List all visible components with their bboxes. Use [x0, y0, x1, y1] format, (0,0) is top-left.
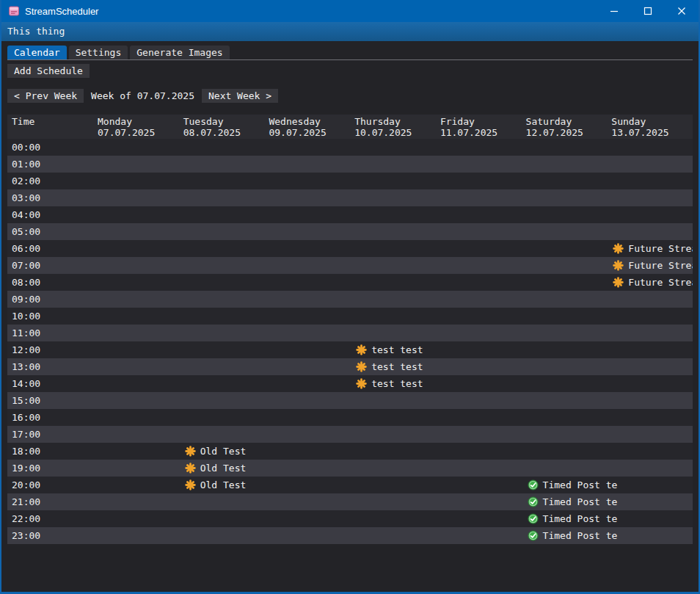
- event-title: Timed Post te: [543, 496, 618, 507]
- day-cell: [607, 477, 693, 493]
- event-entry[interactable]: test test: [356, 344, 423, 355]
- day-cell: [93, 493, 179, 510]
- day-cell: [522, 274, 608, 291]
- titlebar[interactable]: StreamScheduler: [1, 0, 699, 22]
- tabstrip: Calendar Settings Generate Images: [7, 46, 693, 60]
- day-cell: [522, 409, 608, 426]
- event-entry[interactable]: Future Stream: [613, 243, 693, 254]
- day-cell: [350, 443, 436, 460]
- event-entry[interactable]: Timed Post te: [528, 530, 618, 541]
- event-entry[interactable]: Old Test: [185, 463, 247, 474]
- day-cell: Old Test: [179, 443, 265, 460]
- day-cell: [93, 358, 179, 375]
- day-cell: [436, 426, 522, 443]
- day-cell: [350, 223, 436, 240]
- day-date: 11.07.2025: [436, 127, 522, 138]
- day-cell: [350, 392, 436, 409]
- day-cell: [350, 257, 436, 274]
- day-cell: [436, 257, 522, 274]
- calendar-grid: TimeMonday07.07.2025Tuesday08.07.2025Wed…: [7, 115, 693, 544]
- close-icon: [677, 7, 686, 15]
- day-cell: [350, 156, 436, 173]
- day-cell: [522, 443, 608, 460]
- day-cell: [179, 341, 265, 358]
- day-cell: [436, 156, 522, 173]
- day-cell: [522, 257, 608, 274]
- event-entry[interactable]: Old Test: [185, 479, 247, 490]
- calendar-rows: 00:0001:0002:0003:0004:0005:0006:00Futur…: [7, 139, 693, 544]
- calendar-row-1400: 14:00test test: [7, 375, 693, 392]
- calendar-row-0100: 01:00: [7, 156, 693, 173]
- day-cell: [179, 392, 265, 409]
- add-schedule-button[interactable]: Add Schedule: [7, 64, 90, 78]
- day-cell: [607, 341, 693, 358]
- menu-item-this-thing[interactable]: This thing: [1, 22, 70, 41]
- day-cell: [93, 510, 179, 527]
- time-label: 22:00: [7, 510, 93, 527]
- event-entry[interactable]: test test: [356, 378, 423, 389]
- app-window: StreamScheduler This thing: [0, 0, 700, 594]
- event-entry[interactable]: Future Stream: [613, 260, 693, 271]
- event-entry[interactable]: Old Test: [185, 446, 247, 457]
- day-cell: [436, 139, 522, 156]
- day-cell: [522, 325, 608, 341]
- time-label: 18:00: [7, 443, 93, 460]
- event-entry[interactable]: test test: [356, 361, 423, 372]
- day-cell: [607, 426, 693, 443]
- event-entry[interactable]: Timed Post te: [528, 479, 618, 490]
- day-cell: [436, 510, 522, 527]
- day-cell: [93, 375, 179, 392]
- calendar-row-0400: 04:00: [7, 206, 693, 223]
- day-cell: [93, 189, 179, 206]
- day-cell: [264, 510, 350, 527]
- check-circle-icon: [528, 479, 539, 490]
- day-cell: [179, 274, 265, 291]
- toolbar: Add Schedule: [7, 63, 699, 78]
- day-cell: [264, 341, 350, 358]
- event-entry[interactable]: Timed Post te: [528, 496, 618, 507]
- time-label: 07:00: [7, 257, 93, 274]
- day-cell: [264, 274, 350, 291]
- time-label: 01:00: [7, 156, 93, 173]
- day-cell: [264, 223, 350, 240]
- day-cell: [436, 325, 522, 341]
- calendar-row-0300: 03:00: [7, 189, 693, 206]
- event-title: Old Test: [200, 479, 247, 490]
- day-cell: [607, 358, 693, 375]
- day-cell: Future Stream: [607, 274, 693, 291]
- event-entry[interactable]: Future Stream: [613, 277, 693, 288]
- day-cell: Future Stream: [607, 240, 693, 257]
- day-cell: [607, 223, 693, 240]
- maximize-button[interactable]: [631, 0, 665, 22]
- day-cell: [264, 325, 350, 341]
- day-cell: [350, 493, 436, 510]
- day-cell: Old Test: [179, 477, 265, 493]
- close-button[interactable]: [665, 0, 699, 22]
- check-circle-icon: [528, 530, 539, 541]
- day-cell: [522, 240, 608, 257]
- tab-calendar[interactable]: Calendar: [7, 46, 67, 59]
- prev-week-button[interactable]: < Prev Week: [7, 89, 84, 103]
- calendar-row-1300: 13:00test test: [7, 358, 693, 375]
- day-cell: [264, 426, 350, 443]
- tab-generate-images[interactable]: Generate Images: [130, 46, 229, 59]
- day-cell: [179, 206, 265, 223]
- window-controls: [597, 0, 699, 22]
- minimize-button[interactable]: [597, 0, 631, 22]
- day-cell: [607, 493, 693, 510]
- time-label: 21:00: [7, 493, 93, 510]
- asterisk-icon: [185, 479, 196, 490]
- day-cell: [436, 358, 522, 375]
- day-cell: [436, 189, 522, 206]
- next-week-button[interactable]: Next Week >: [202, 89, 278, 103]
- day-cell: [607, 527, 693, 544]
- app-icon: [8, 5, 20, 17]
- calendar-row-1000: 10:00: [7, 308, 693, 325]
- day-cell: [350, 325, 436, 341]
- day-date: 13.07.2025: [607, 127, 693, 138]
- event-entry[interactable]: Timed Post te: [528, 513, 618, 524]
- time-label: 12:00: [7, 341, 93, 358]
- time-label: 19:00: [7, 460, 93, 477]
- tab-settings[interactable]: Settings: [69, 46, 128, 59]
- time-label: 23:00: [7, 527, 93, 544]
